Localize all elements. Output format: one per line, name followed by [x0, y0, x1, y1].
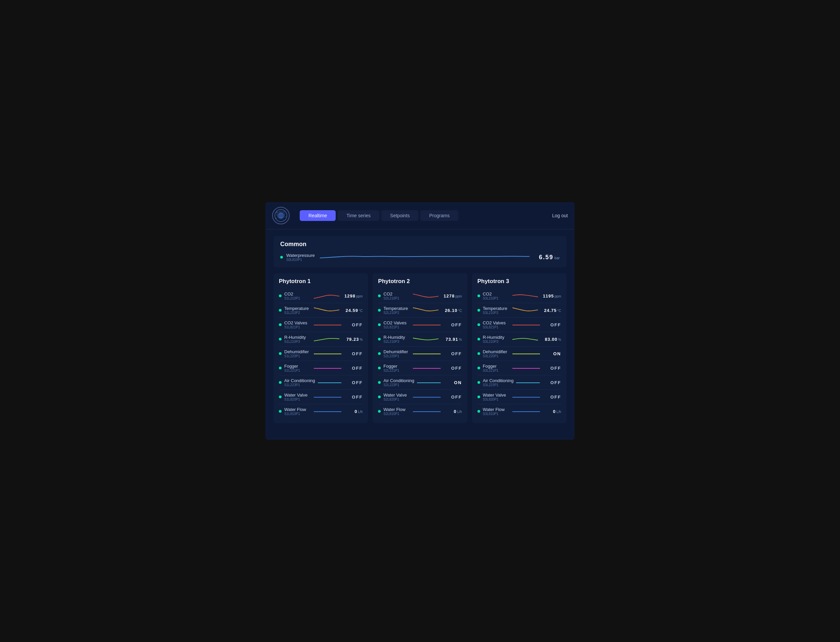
dot-indicator [378, 352, 381, 355]
common-section: Common Waterpressure S0L810P1 6.59 bar [273, 236, 567, 267]
status-off: OFF [550, 323, 561, 327]
sensor-id: S2L221P1 [383, 369, 410, 372]
sensor-name: Water Valve [483, 392, 510, 397]
sensor-val-num: 0 [454, 409, 457, 414]
sensor-info: TemperatureS2L210P2 [383, 306, 410, 315]
common-value-display: 6.59 bar [533, 254, 560, 261]
sensor-info: Water FlowS2L810P1 [383, 407, 410, 416]
sensor-id: S2L210P1 [383, 297, 410, 300]
nav-tabs: Realtime Time series Setpoints Programs [300, 210, 552, 221]
sensor-row: R-HumidityS1L210P379.23% [279, 332, 362, 347]
mini-sparkline [413, 334, 440, 344]
sensor-value: OFF [543, 380, 561, 385]
sensor-info: CO2S2L210P1 [383, 292, 410, 300]
sensor-info: CO2 ValvesS1L821P1 [284, 320, 311, 329]
sensor-row: Water FlowS2L810P10L/h [378, 404, 461, 418]
mini-sparkline [512, 291, 540, 300]
sensor-id: S1L210P1 [284, 297, 311, 300]
sensor-value: OFF [543, 394, 561, 400]
sensor-val-unit: ppm [455, 295, 461, 298]
sensor-val-unit: ppm [356, 295, 362, 298]
sensor-name: Water Flow [483, 407, 510, 412]
status-off: OFF [352, 366, 362, 371]
sensor-row: Air ConditioningS3L223P1OFF [478, 375, 561, 390]
phytotron-title-2: Phytotron 2 [378, 278, 461, 285]
dot-indicator [378, 309, 381, 311]
mini-sparkline [314, 392, 341, 402]
mini-sparkline [512, 392, 540, 402]
sensor-info: Air ConditioningS3L223P1 [483, 378, 514, 387]
mini-sparkline [314, 363, 341, 373]
sensor-val-num: 1195 [543, 293, 554, 298]
dot-indicator [378, 396, 381, 398]
dot-indicator [279, 366, 281, 370]
mini-sparkline [314, 306, 341, 315]
sensor-id: S2L821P1 [383, 325, 410, 329]
sensor-name: Fogger [383, 364, 410, 369]
sensor-row: TemperatureS3L210P224.75°C [478, 303, 561, 318]
sensor-info: TemperatureS1L210P2 [284, 306, 311, 315]
sensor-val-num: 73.91 [445, 337, 458, 342]
sensor-id: S2L820P1 [383, 397, 410, 401]
dot-indicator [279, 352, 281, 355]
sensor-info: DehumidifierS3L220P1 [483, 349, 510, 358]
sensor-value: OFF [344, 394, 362, 400]
dot-indicator [378, 410, 381, 413]
sensor-id: S2L210P3 [383, 340, 410, 344]
sensor-info: Air ConditioningS1L223P1 [284, 378, 315, 387]
tab-timeseries[interactable]: Time series [338, 210, 379, 221]
sensor-id: S1L810P1 [284, 412, 311, 416]
sensor-val-num: 0 [354, 409, 357, 414]
sensor-id: S2L210P2 [383, 311, 410, 315]
sensor-value: OFF [344, 323, 362, 327]
sensor-info: FoggerS3L221P1 [483, 364, 510, 372]
sensor-id: S2L220P1 [383, 354, 410, 358]
status-off: OFF [451, 394, 462, 400]
sensor-name: Air Conditioning [284, 378, 315, 383]
sensor-name: Water Valve [383, 392, 410, 397]
sensor-name: CO2 Valves [383, 320, 410, 325]
sensor-info: TemperatureS3L210P2 [483, 306, 510, 315]
mini-sparkline [413, 392, 440, 402]
phytotron-card-1: Phytotron 1CO2S1L210P11298ppmTemperature… [273, 273, 368, 423]
common-value-num: 6.59 [539, 254, 553, 261]
sensor-row: DehumidifierS1L220P1OFF [279, 347, 362, 361]
sensor-val-num: 24.59 [346, 308, 359, 313]
dot-indicator [378, 366, 381, 370]
sensor-value: OFF [444, 351, 462, 356]
sensor-info: R-HumidityS2L210P3 [383, 335, 410, 344]
sensor-id: S3L220P1 [483, 354, 510, 358]
dot-indicator [279, 309, 281, 311]
sensor-value: OFF [444, 394, 462, 400]
sensor-value: 0L/h [543, 409, 561, 414]
sensor-row: FoggerS3L221P1OFF [478, 361, 561, 375]
sensor-row: TemperatureS1L210P224.59°C [279, 303, 362, 318]
sensor-value: 1298ppm [344, 293, 362, 298]
sensor-row: Air ConditioningS1L223P1OFF [279, 375, 362, 390]
sensor-info: Water ValveS1L820P1 [284, 392, 311, 401]
sensor-val-unit: % [359, 338, 362, 342]
main-content: Common Waterpressure S0L810P1 6.59 bar [265, 229, 575, 430]
tab-setpoints[interactable]: Setpoints [381, 210, 418, 221]
sensor-info: Water FlowS1L810P1 [284, 407, 311, 416]
mini-sparkline [318, 378, 342, 387]
sensor-value: OFF [543, 366, 561, 371]
sensor-val-unit: °C [458, 309, 461, 313]
sensor-info: CO2 ValvesS2L821P1 [383, 320, 410, 329]
mini-sparkline [417, 378, 441, 387]
sensor-val-num: 83.00 [545, 337, 558, 342]
logout-button[interactable]: Log out [552, 213, 568, 218]
common-sensor-id: S0L810P1 [286, 258, 317, 261]
tab-programs[interactable]: Programs [420, 210, 458, 221]
common-sensor-name: Waterpressure [286, 253, 317, 258]
sensor-id: S3L210P2 [483, 311, 510, 315]
sensor-row: FoggerS1L221P1OFF [279, 361, 362, 375]
dot-indicator [280, 256, 283, 259]
sensor-info: Water FlowS3L810P1 [483, 407, 510, 416]
sensor-val-num: 1298 [344, 293, 356, 298]
tab-realtime[interactable]: Realtime [300, 210, 336, 221]
sensor-value: 0L/h [344, 409, 362, 414]
sensor-val-unit: L/h [457, 410, 462, 414]
mini-sparkline [314, 349, 341, 358]
sensor-name: CO2 [284, 292, 311, 297]
